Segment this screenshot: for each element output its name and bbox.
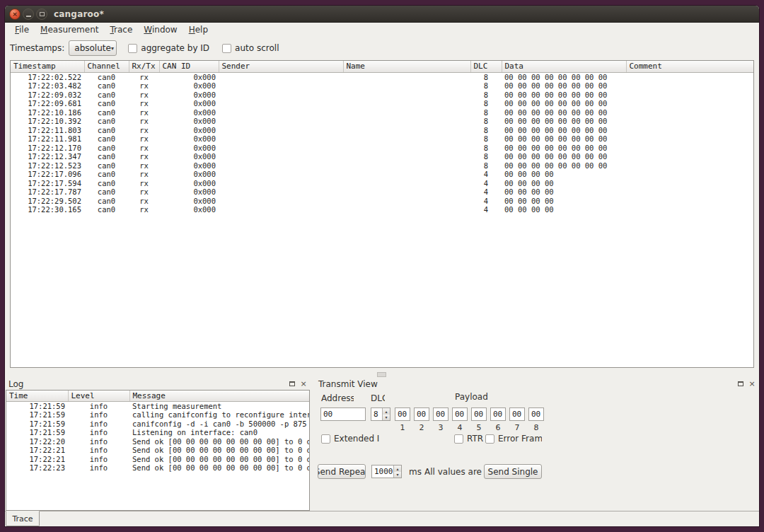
cell-channel: can0 — [84, 161, 129, 170]
cell-time: 17:21:59 — [6, 428, 68, 437]
trace-column-header[interactable]: Timestamp — [11, 61, 84, 72]
trace-column-header[interactable]: Sender — [219, 61, 343, 72]
error-frame-label[interactable]: Error Frame — [498, 434, 542, 444]
log-row[interactable]: 17:22:21 info Send ok [00 00 00 00 00 00… — [6, 455, 309, 464]
dlc-spin-buttons: ▴ ▾ — [382, 408, 390, 420]
spin-up-icon[interactable]: ▴ — [383, 408, 390, 415]
trace-row[interactable]: 17:22:12.347 can0 rx 0x000 8 00 00 00 00… — [11, 152, 753, 161]
log-row[interactable]: 17:22:21 info Send ok [00 00 00 00 00 00… — [6, 446, 309, 455]
dlc-spinbox[interactable]: ▴ ▾ — [371, 407, 390, 421]
trace-row[interactable]: 17:22:17.787 can0 rx 0x000 4 00 00 00 00 — [11, 187, 753, 197]
log-close-button[interactable]: × — [299, 380, 308, 388]
cell-timestamp: 17:22:09.032 — [11, 91, 84, 100]
payload-byte-input[interactable] — [509, 407, 525, 421]
aggregate-by-id-label[interactable]: aggregate by ID — [141, 43, 209, 53]
log-float-button[interactable] — [288, 380, 296, 388]
payload-byte-input[interactable] — [528, 407, 544, 421]
trace-row[interactable]: 17:22:09.032 can0 rx 0x000 8 00 00 00 00… — [11, 91, 753, 100]
cell-can-id: 0x000 — [159, 144, 219, 153]
trace-row[interactable]: 17:22:11.981 can0 rx 0x000 8 00 00 00 00… — [11, 134, 753, 144]
tab-trace[interactable]: Trace — [6, 511, 40, 526]
transmit-close-button[interactable]: × — [748, 380, 756, 388]
log-table: TimeLevelMessage 17:21:59 info Starting … — [6, 390, 310, 511]
log-row[interactable]: 17:22:23 info Send ok [00 00 00 00 00 00… — [6, 463, 309, 473]
cell-sender — [219, 126, 343, 135]
titlebar[interactable]: × cangaroo* — [5, 6, 759, 23]
menu-item[interactable]: Window — [138, 24, 183, 35]
log-row[interactable]: 17:21:59 info Starting measurement — [6, 401, 309, 410]
trace-row[interactable]: 17:22:12.170 can0 rx 0x000 8 00 00 00 00… — [11, 144, 753, 153]
trace-row[interactable]: 17:22:29.502 can0 rx 0x000 4 00 00 00 00 — [11, 197, 753, 206]
payload-byte-input[interactable] — [471, 407, 487, 421]
extended-id-label[interactable]: Extended ID — [334, 434, 379, 444]
cell-comment — [626, 99, 753, 108]
send-single-button[interactable]: Send Single — [484, 464, 542, 479]
payload-byte-input[interactable] — [433, 407, 448, 421]
trace-row[interactable]: 17:22:10.392 can0 rx 0x000 8 00 00 00 00… — [11, 117, 753, 126]
trace-row[interactable]: 17:22:10.186 can0 rx 0x000 8 00 00 00 00… — [11, 108, 753, 117]
trace-row[interactable]: 17:22:17.594 can0 rx 0x000 4 00 00 00 00 — [11, 179, 753, 188]
trace-column-header[interactable]: DLC — [470, 61, 502, 72]
auto-scroll-checkbox[interactable] — [222, 44, 231, 53]
log-row[interactable]: 17:22:20 info Send ok [00 00 00 00 00 00… — [6, 437, 309, 446]
cell-channel: can0 — [84, 179, 129, 188]
payload-cell: 8 — [528, 407, 544, 432]
splitter-handle[interactable] — [377, 372, 386, 377]
menu-item[interactable]: Trace — [104, 24, 138, 35]
trace-column-header[interactable]: Comment — [626, 61, 753, 72]
log-row[interactable]: 17:21:59 info Listening on interface: ca… — [6, 428, 309, 437]
trace-column-header[interactable]: Name — [343, 61, 470, 72]
spin-down-icon[interactable]: ▾ — [383, 415, 390, 421]
menu-item[interactable]: Help — [183, 24, 214, 35]
trace-column-header[interactable]: Channel — [84, 61, 129, 72]
send-repeat-button[interactable]: Send Repeat — [318, 464, 366, 479]
interval-input[interactable] — [372, 466, 393, 478]
trace-row[interactable]: 17:22:12.523 can0 rx 0x000 8 00 00 00 00… — [11, 161, 753, 170]
log-row[interactable]: 17:21:59 info calling canifconfig to rec… — [6, 410, 309, 420]
trace-row[interactable]: 17:22:30.165 can0 rx 0x000 4 00 00 00 00 — [11, 205, 753, 214]
log-column-header[interactable]: Message — [129, 391, 309, 401]
payload-byte-input[interactable] — [414, 407, 429, 421]
cell-sender — [219, 152, 343, 161]
rtr-checkbox[interactable] — [454, 434, 463, 444]
cell-channel: can0 — [84, 144, 129, 153]
maximize-window-button[interactable] — [36, 8, 47, 20]
menu-item[interactable]: Measurement — [35, 24, 104, 35]
payload-byte-input[interactable] — [452, 407, 468, 421]
trace-row[interactable]: 17:22:17.096 can0 rx 0x000 4 00 00 00 00 — [11, 170, 753, 179]
auto-scroll-label[interactable]: auto scroll — [235, 43, 279, 53]
cell-can-id: 0x000 — [159, 126, 219, 135]
log-column-header[interactable]: Level — [68, 391, 129, 401]
log-row[interactable]: 17:21:59 info canifconfig -d -i can0 -b … — [6, 420, 309, 429]
trace-row[interactable]: 17:22:02.522 can0 rx 0x000 8 00 00 00 00… — [11, 72, 753, 81]
error-frame-checkbox[interactable] — [485, 434, 494, 444]
log-panel-title: Log — [8, 379, 23, 389]
log-panel-titlebar[interactable]: Log × — [6, 378, 310, 390]
cell-timestamp: 17:22:17.787 — [11, 187, 84, 197]
transmit-float-button[interactable] — [736, 380, 745, 388]
trace-column-header[interactable]: CAN ID — [159, 61, 219, 72]
spin-down-icon[interactable]: ▾ — [394, 472, 401, 478]
transmit-panel-titlebar[interactable]: Transmit View × — [316, 378, 758, 390]
trace-row[interactable]: 17:22:03.482 can0 rx 0x000 8 00 00 00 00… — [11, 81, 753, 91]
interval-spin-buttons: ▴ ▾ — [393, 466, 401, 478]
rtr-label[interactable]: RTR — [467, 434, 484, 444]
aggregate-by-id-checkbox[interactable] — [128, 44, 137, 53]
cell-dlc: 8 — [470, 81, 502, 91]
trace-row[interactable]: 17:22:09.681 can0 rx 0x000 8 00 00 00 00… — [11, 99, 753, 108]
payload-byte-input[interactable] — [395, 407, 410, 421]
close-window-button[interactable]: × — [9, 8, 21, 20]
payload-byte-input[interactable] — [490, 407, 506, 421]
timestamps-combobox[interactable]: absolute ▾ — [69, 40, 117, 56]
interval-spinbox[interactable]: ▴ ▾ — [371, 465, 402, 478]
address-input[interactable] — [320, 407, 366, 421]
trace-column-header[interactable]: Data — [502, 61, 626, 72]
trace-row[interactable]: 17:22:11.803 can0 rx 0x000 8 00 00 00 00… — [11, 126, 753, 135]
menu-item[interactable]: File — [9, 24, 35, 35]
log-column-header[interactable]: Time — [6, 391, 68, 401]
trace-column-header[interactable]: Rx/Tx — [129, 61, 159, 72]
spin-up-icon[interactable]: ▴ — [394, 466, 401, 472]
minimize-window-button[interactable] — [23, 8, 34, 20]
dlc-input[interactable] — [371, 408, 382, 420]
extended-id-checkbox[interactable] — [321, 434, 330, 444]
